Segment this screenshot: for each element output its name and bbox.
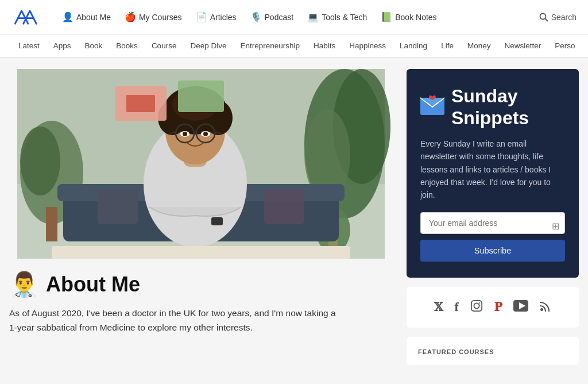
search-icon	[539, 13, 548, 22]
svg-point-31	[203, 132, 208, 136]
social-card: 𝕏 f 𝐏	[407, 287, 579, 328]
svg-point-29	[183, 132, 187, 136]
about-text: As of August 2020, I've been a doctor in…	[9, 306, 342, 335]
nav-about-me[interactable]: 👤 About Me	[56, 8, 117, 26]
articles-icon: 📄	[196, 11, 207, 22]
svg-rect-36	[126, 95, 155, 112]
svg-point-45	[540, 308, 543, 311]
email-field-icon: ⊞	[552, 220, 559, 231]
sub-nav-apps[interactable]: Apps	[47, 34, 78, 57]
podcast-icon: 🎙️	[250, 11, 262, 22]
instagram-icon[interactable]	[470, 299, 483, 315]
email-input-wrapper: ⊞	[420, 212, 565, 240]
sub-nav-habits[interactable]: Habits	[307, 34, 342, 57]
main-nav: 👤 About Me 🍎 My Courses 📄 Articles 🎙️ Po…	[56, 8, 539, 26]
email-input[interactable]	[420, 212, 565, 234]
snippets-header: Sunday Snippets	[420, 85, 565, 129]
sub-nav-latest[interactable]: Latest	[11, 34, 47, 57]
search-button[interactable]: Search	[539, 13, 577, 22]
svg-line-1	[545, 18, 548, 21]
nav-articles[interactable]: 📄 Articles	[190, 8, 242, 26]
about-heading: About Me	[46, 272, 140, 297]
main-content: 👨‍⚕️ About Me As of August 2020, I've be…	[0, 57, 588, 377]
svg-point-41	[474, 303, 479, 308]
sub-nav-life[interactable]: Life	[434, 34, 461, 57]
sub-nav: Latest Apps Book Books Course Deep Dive …	[0, 34, 588, 57]
left-column: 👨‍⚕️ About Me As of August 2020, I've be…	[9, 69, 393, 365]
subscribe-button[interactable]: Subscribe	[420, 240, 565, 262]
nav-podcast[interactable]: 🎙️ Podcast	[245, 8, 300, 26]
sub-nav-entrepreneurship[interactable]: Entrepreneurship	[233, 34, 307, 57]
svg-rect-33	[52, 246, 350, 259]
nav-tools-tech[interactable]: 💻 Tools & Tech	[301, 8, 373, 26]
sub-nav-perso[interactable]: Perso	[548, 34, 582, 57]
sub-nav-money[interactable]: Money	[461, 34, 498, 57]
facebook-icon[interactable]: f	[455, 299, 459, 314]
about-me-icon: 👤	[62, 11, 74, 22]
svg-rect-40	[471, 301, 482, 311]
sub-nav-newsletter[interactable]: Newsletter	[497, 34, 548, 57]
about-icon: 👨‍⚕️	[9, 270, 39, 298]
featured-courses-label: FEATURED COURSES	[418, 348, 494, 355]
svg-rect-32	[211, 217, 223, 225]
snippets-card: Sunday Snippets Every Sunday I write an …	[407, 69, 579, 278]
sub-nav-books[interactable]: Books	[109, 34, 145, 57]
book-notes-icon: 📗	[381, 11, 392, 22]
sub-nav-course[interactable]: Course	[145, 34, 184, 57]
about-title-row: 👨‍⚕️ About Me	[9, 270, 393, 298]
sub-nav-deepdive[interactable]: Deep Dive	[183, 34, 233, 57]
svg-rect-37	[178, 80, 224, 112]
my-courses-icon: 🍎	[125, 11, 136, 22]
svg-rect-6	[46, 207, 57, 241]
nav-book-notes[interactable]: 📗 Book Notes	[375, 8, 442, 26]
svg-point-5	[20, 126, 60, 195]
svg-point-0	[540, 13, 546, 19]
mail-icon	[420, 94, 444, 120]
pinterest-icon[interactable]: 𝐏	[494, 299, 502, 314]
sub-nav-book[interactable]: Book	[78, 34, 110, 57]
site-logo[interactable]	[11, 7, 39, 28]
snippets-description: Every Sunday I write an email newsletter…	[420, 137, 565, 202]
svg-rect-14	[98, 190, 138, 224]
hero-photo	[9, 69, 393, 259]
twitter-icon[interactable]: 𝕏	[434, 300, 443, 314]
svg-rect-15	[264, 190, 304, 224]
rss-icon[interactable]	[540, 300, 551, 314]
right-column: Sunday Snippets Every Sunday I write an …	[407, 69, 579, 365]
about-section: 👨‍⚕️ About Me As of August 2020, I've be…	[9, 270, 393, 335]
nav-my-courses[interactable]: 🍎 My Courses	[119, 8, 188, 26]
snippets-title: Sunday Snippets	[451, 85, 565, 129]
sub-nav-happiness[interactable]: Happiness	[342, 34, 393, 57]
tools-tech-icon: 💻	[307, 11, 319, 22]
featured-courses-section: FEATURED COURSES	[407, 337, 579, 365]
sub-nav-landing[interactable]: Landing	[393, 34, 434, 57]
hero-image	[9, 69, 393, 259]
youtube-icon[interactable]	[513, 300, 528, 314]
site-header: 👤 About Me 🍎 My Courses 📄 Articles 🎙️ Po…	[0, 0, 588, 34]
svg-point-42	[479, 302, 480, 304]
